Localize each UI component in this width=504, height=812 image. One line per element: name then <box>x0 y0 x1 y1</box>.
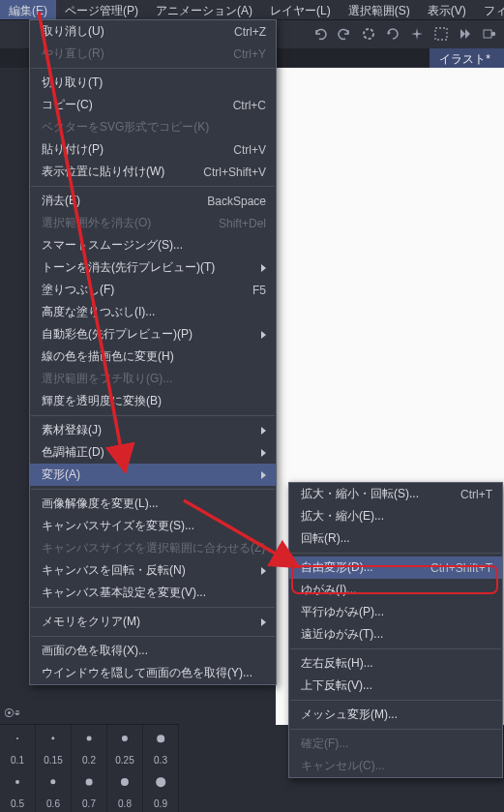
rect-select-icon[interactable] <box>430 23 452 45</box>
edit-menu-item-label: キャンバスサイズを選択範囲に合わせる(Z) <box>42 540 266 556</box>
edit-menu-item-27[interactable]: キャンバスを回転・反転(N) <box>30 559 276 582</box>
record-icon[interactable] <box>479 23 500 45</box>
edit-menu-item-6[interactable]: 貼り付け(P)Ctrl+V <box>30 138 276 161</box>
menubar-item-layer[interactable]: レイヤー(L) <box>261 0 340 19</box>
edit-menu-item-18[interactable]: 輝度を透明度に変換(B) <box>30 390 276 412</box>
transform-submenu-item-shortcut: Ctrl+Shift+T <box>430 561 492 575</box>
edit-menu-item-12[interactable]: トーンを消去(先行プレビュー)(T) <box>30 256 276 279</box>
edit-menu-item-15[interactable]: 自動彩色(先行プレビュー)(P) <box>30 323 276 346</box>
edit-menu-separator <box>31 68 275 69</box>
edit-menu-item-21[interactable]: 色調補正(D) <box>30 441 276 464</box>
refresh-icon[interactable] <box>382 23 403 45</box>
brush-size-cell[interactable]: 0.6 <box>36 768 72 812</box>
edit-menu-item-22[interactable]: 変形(A) <box>30 464 276 486</box>
brush-size-label: 0.2 <box>72 755 106 766</box>
edit-menu-item-label: ウインドウを隠して画面の色を取得(Y)... <box>42 665 266 681</box>
edit-menu-item-11[interactable]: スマートスムージング(S)... <box>30 234 276 256</box>
tab-illustration[interactable]: イラスト* <box>430 48 504 68</box>
brush-size-cell[interactable]: 0.5 <box>0 768 36 812</box>
edit-menu-separator <box>31 415 275 416</box>
edit-menu-item-24[interactable]: 画像解像度を変更(L)... <box>30 493 276 515</box>
brush-size-cell[interactable]: 0.1 <box>0 725 36 768</box>
transform-submenu-item-label: 遠近ゆがみ(T)... <box>301 626 492 643</box>
transform-submenu-item-label: 平行ゆがみ(P)... <box>301 604 492 620</box>
submenu-arrow-icon <box>261 264 266 272</box>
menubar-item-page[interactable]: ページ管理(P) <box>56 0 147 19</box>
transform-submenu-item-label: ゆがみ(I)... <box>301 582 492 598</box>
menubar-item-select[interactable]: 選択範囲(S) <box>340 0 419 19</box>
menubar-item-view[interactable]: 表示(V) <box>419 0 475 19</box>
transform-submenu-item-label: キャンセル(C)... <box>301 758 492 774</box>
edit-menu-item-9[interactable]: 消去(E)BackSpace <box>30 190 276 212</box>
menubar-item-filter[interactable]: フィルター(I) <box>475 0 504 19</box>
transform-submenu-item-14: 確定(F)... <box>289 733 502 755</box>
brush-size-cell[interactable]: 0.25 <box>107 725 143 768</box>
edit-menu-item-3[interactable]: 切り取り(T) <box>30 72 276 94</box>
edit-menu-item-4[interactable]: コピー(C)Ctrl+C <box>30 94 276 116</box>
brush-dot-icon <box>51 737 54 739</box>
edit-menu-item-label: 色調補正(D) <box>42 444 255 461</box>
transform-submenu-item-9[interactable]: 左右反転(H)... <box>289 652 502 675</box>
edit-menu-item-label: スマートスムージング(S)... <box>42 237 266 254</box>
transform-submenu-item-label: メッシュ変形(M)... <box>301 707 492 723</box>
redo-icon[interactable] <box>334 23 355 45</box>
transform-submenu-item-15: キャンセル(C)... <box>289 755 502 777</box>
edit-menu-item-0[interactable]: 取り消し(U)Ctrl+Z <box>30 20 276 43</box>
edit-menu-item-label: ベクターをSVG形式でコピー(K) <box>42 119 266 135</box>
edit-menu-item-33[interactable]: ウインドウを隠して画面の色を取得(Y)... <box>30 662 276 684</box>
brush-size-cell[interactable]: 0.8 <box>107 768 143 812</box>
edit-menu-item-label: 塗りつぶし(F) <box>42 282 243 298</box>
edit-menu-separator <box>31 186 275 187</box>
ruler-icons: ⦿⊕ <box>4 707 20 719</box>
menubar-item-edit[interactable]: 編集(E) <box>0 0 56 19</box>
transform-submenu-separator <box>290 700 501 701</box>
edit-menu-item-20[interactable]: 素材登録(J) <box>30 419 276 441</box>
edit-menu-item-28[interactable]: キャンバス基本設定を変更(V)... <box>30 582 276 604</box>
svg-marker-1 <box>388 31 391 35</box>
brush-size-label: 0.6 <box>36 798 71 809</box>
transform-submenu-item-4[interactable]: 自由変形(D)...Ctrl+Shift+T <box>289 556 502 579</box>
brush-size-cell[interactable]: 0.9 <box>143 768 179 812</box>
brush-size-cell[interactable]: 0.7 <box>72 768 107 812</box>
brush-size-label: 0.5 <box>0 798 35 809</box>
undo-icon[interactable] <box>310 23 331 45</box>
brush-row-2: 0.50.60.70.80.9 <box>0 768 179 812</box>
edit-menu-item-16[interactable]: 線の色を描画色に変更(H) <box>30 346 276 368</box>
transform-submenu-item-6[interactable]: 平行ゆがみ(P)... <box>289 601 502 623</box>
edit-menu-item-17: 選択範囲をフチ取り(G)... <box>30 368 276 390</box>
brush-size-cell[interactable]: 0.2 <box>72 725 107 768</box>
transform-submenu-item-0[interactable]: 拡大・縮小・回転(S)...Ctrl+T <box>289 483 502 505</box>
edit-menu-item-25[interactable]: キャンバスサイズを変更(S)... <box>30 515 276 537</box>
brush-size-label: 0.9 <box>143 798 178 809</box>
edit-menu-item-label: 切り取り(T) <box>42 75 266 91</box>
transform-submenu-item-2[interactable]: 回転(R)... <box>289 527 502 550</box>
edit-menu-separator <box>31 489 275 490</box>
menubar-item-animation[interactable]: アニメーション(A) <box>147 0 261 19</box>
edit-menu-item-7[interactable]: 表示位置に貼り付け(W)Ctrl+Shift+V <box>30 161 276 183</box>
edit-menu-item-label: 輝度を透明度に変換(B) <box>42 393 266 409</box>
edit-menu-item-label: 自動彩色(先行プレビュー)(P) <box>42 326 255 343</box>
skip-icon[interactable] <box>455 23 476 45</box>
loading-icon[interactable] <box>358 23 379 45</box>
brush-size-cell[interactable]: 0.3 <box>143 725 179 768</box>
edit-menu-item-13[interactable]: 塗りつぶし(F)F5 <box>30 279 276 301</box>
brush-dot-icon <box>50 779 55 784</box>
brush-size-cell[interactable]: 0.15 <box>36 725 72 768</box>
edit-menu-item-14[interactable]: 高度な塗りつぶし(I)... <box>30 301 276 323</box>
transform-submenu-item-label: 自由変形(D)... <box>301 559 421 576</box>
edit-menu-item-30[interactable]: メモリをクリア(M) <box>30 611 276 633</box>
sparkle-icon[interactable] <box>406 23 428 45</box>
edit-menu-item-32[interactable]: 画面の色を取得(X)... <box>30 640 276 662</box>
edit-menu-item-shortcut: Ctrl+Y <box>233 47 266 61</box>
transform-submenu-item-10[interactable]: 上下反転(V)... <box>289 675 502 697</box>
transform-submenu-item-12[interactable]: メッシュ変形(M)... <box>289 704 502 726</box>
edit-menu-item-label: トーンを消去(先行プレビュー)(T) <box>42 259 255 276</box>
transform-submenu-item-7[interactable]: 遠近ゆがみ(T)... <box>289 623 502 646</box>
submenu-arrow-icon <box>261 567 266 575</box>
edit-menu-item-label: コピー(C) <box>42 97 223 113</box>
transform-submenu: 拡大・縮小・回転(S)...Ctrl+T拡大・縮小(E)...回転(R)...自… <box>288 482 503 778</box>
transform-submenu-item-1[interactable]: 拡大・縮小(E)... <box>289 505 502 527</box>
edit-menu-item-label: キャンバスサイズを変更(S)... <box>42 518 266 534</box>
transform-submenu-item-5[interactable]: ゆがみ(I)... <box>289 579 502 601</box>
edit-menu-item-label: メモリをクリア(M) <box>42 614 255 630</box>
